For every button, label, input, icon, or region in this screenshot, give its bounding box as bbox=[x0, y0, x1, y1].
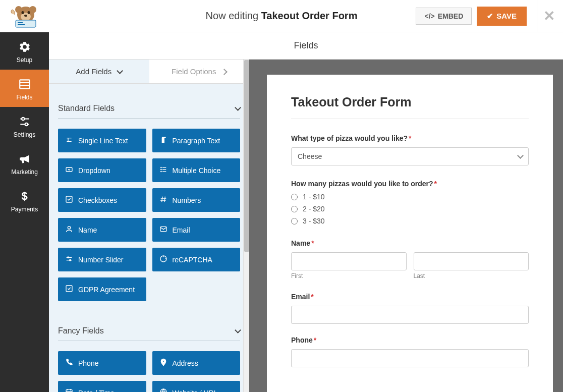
field-label: Numbers bbox=[173, 196, 201, 204]
section-fancy-fields[interactable]: Fancy Fields bbox=[58, 321, 240, 341]
embed-button[interactable]: </> EMBED bbox=[416, 8, 472, 25]
section-standard-fields[interactable]: Standard Fields bbox=[58, 99, 240, 119]
nav-setup[interactable]: Setup bbox=[0, 32, 49, 70]
website-url-icon bbox=[159, 388, 167, 392]
radio-option-0[interactable]: 1 - $10 bbox=[291, 193, 529, 201]
radio-option-1[interactable]: 2 - $20 bbox=[291, 205, 529, 213]
svg-point-16 bbox=[25, 123, 27, 126]
svg-point-25 bbox=[68, 227, 70, 229]
field-phone[interactable]: Phone bbox=[58, 351, 146, 375]
save-button[interactable]: ✔ SAVE bbox=[477, 7, 527, 26]
nav-settings[interactable]: Settings bbox=[0, 107, 49, 144]
field-dropdown[interactable]: Dropdown bbox=[58, 158, 146, 182]
last-sublabel: Last bbox=[414, 272, 529, 279]
chevron-right-icon bbox=[219, 67, 227, 76]
svg-point-2 bbox=[29, 6, 36, 13]
phone-input[interactable] bbox=[291, 349, 529, 367]
fields-panel: Add Fields Field Options Standard Fields… bbox=[49, 60, 249, 392]
radio-option-2[interactable]: 3 - $30 bbox=[291, 217, 529, 225]
pizza-type-select[interactable]: Cheese bbox=[291, 147, 529, 165]
preview-area: Takeout Order Form What type of pizza wo… bbox=[249, 60, 563, 392]
radio-input[interactable] bbox=[291, 206, 298, 212]
tab-add-fields[interactable]: Add Fields bbox=[49, 60, 149, 83]
field-paragraph-text[interactable]: Paragraph Text bbox=[152, 129, 241, 152]
svg-rect-17 bbox=[66, 167, 72, 172]
svg-point-21 bbox=[160, 167, 161, 167]
gdpr-agreement-icon bbox=[65, 285, 73, 294]
svg-rect-24 bbox=[66, 196, 72, 202]
svg-point-4 bbox=[22, 11, 24, 14]
name-icon bbox=[65, 225, 73, 235]
gear-icon bbox=[18, 40, 31, 53]
numbers-icon bbox=[159, 195, 167, 205]
list-icon bbox=[18, 78, 31, 91]
field-checkboxes[interactable]: Checkboxes bbox=[58, 188, 146, 212]
field-label-pizza-type: What type of pizza would you like?* bbox=[291, 134, 529, 142]
nav-fields[interactable]: Fields bbox=[0, 70, 49, 107]
field-recaptcha[interactable]: reCAPTCHA bbox=[152, 248, 241, 271]
field-label: Email bbox=[173, 226, 190, 234]
number-slider-icon bbox=[65, 255, 73, 264]
nav-payments[interactable]: $ Payments bbox=[0, 182, 49, 219]
field-label: Single Line Text bbox=[78, 137, 128, 145]
nav-label: Payments bbox=[11, 206, 38, 213]
field-address[interactable]: Address bbox=[152, 351, 241, 375]
single-line-text-icon bbox=[65, 136, 73, 145]
field-single-line-text[interactable]: Single Line Text bbox=[58, 129, 146, 152]
form-canvas: Takeout Order Form What type of pizza wo… bbox=[267, 75, 553, 392]
phone-icon bbox=[65, 358, 73, 368]
field-label-pizza-qty: How many pizzas would you like to order?… bbox=[291, 180, 529, 188]
scrollbar[interactable] bbox=[243, 60, 249, 392]
field-number-slider[interactable]: Number Slider bbox=[58, 248, 146, 271]
svg-point-33 bbox=[162, 360, 164, 362]
field-label-name: Name* bbox=[291, 239, 529, 247]
field-website-url[interactable]: Website / URL bbox=[152, 381, 241, 392]
field-label: Date / Time bbox=[78, 389, 115, 393]
last-name-input[interactable] bbox=[414, 252, 529, 270]
field-label: GDPR Agreement bbox=[78, 286, 135, 294]
dollar-icon: $ bbox=[0, 190, 49, 203]
field-label: Dropdown bbox=[78, 166, 110, 175]
svg-point-6 bbox=[24, 15, 27, 17]
field-label: Address bbox=[173, 359, 198, 367]
radio-input[interactable] bbox=[291, 218, 298, 225]
field-numbers[interactable]: Numbers bbox=[152, 188, 241, 212]
close-button[interactable]: ✕ bbox=[537, 0, 555, 32]
email-input[interactable] bbox=[291, 306, 529, 324]
dropdown-icon bbox=[65, 165, 73, 175]
first-name-input[interactable] bbox=[291, 252, 407, 270]
field-label: reCAPTCHA bbox=[173, 256, 212, 264]
svg-point-5 bbox=[28, 11, 30, 14]
nav-marketing[interactable]: Marketing bbox=[0, 144, 49, 182]
chevron-down-icon bbox=[233, 104, 240, 113]
chevron-down-icon bbox=[233, 326, 240, 335]
svg-rect-10 bbox=[20, 80, 30, 88]
paragraph-text-icon bbox=[159, 136, 167, 145]
svg-point-30 bbox=[70, 259, 71, 261]
bullhorn-icon bbox=[18, 152, 31, 165]
field-label-email: Email* bbox=[291, 293, 529, 301]
field-label: Website / URL bbox=[173, 389, 218, 393]
nav-label: Marketing bbox=[11, 169, 38, 176]
svg-point-23 bbox=[160, 171, 161, 172]
field-label: Name bbox=[78, 226, 97, 234]
address-icon bbox=[159, 358, 167, 368]
first-sublabel: First bbox=[291, 272, 407, 279]
radio-label: 3 - $30 bbox=[303, 217, 325, 225]
date-time-icon bbox=[65, 388, 73, 392]
sliders-icon bbox=[18, 115, 31, 128]
field-name[interactable]: Name bbox=[58, 218, 146, 242]
svg-point-28 bbox=[68, 257, 69, 258]
left-nav: Setup Fields Settings Marketing $ Paymen… bbox=[0, 32, 49, 392]
tab-field-options[interactable]: Field Options bbox=[149, 60, 250, 83]
field-date-time[interactable]: Date / Time bbox=[58, 381, 146, 392]
page-title: Now editing Takeout Order Form bbox=[206, 10, 358, 22]
field-multiple-choice[interactable]: Multiple Choice bbox=[152, 158, 241, 182]
field-gdpr-agreement[interactable]: GDPR Agreement bbox=[58, 277, 146, 301]
nav-label: Settings bbox=[14, 131, 35, 138]
field-email[interactable]: Email bbox=[152, 218, 241, 242]
code-icon: </> bbox=[424, 12, 434, 20]
form-title: Takeout Order Form bbox=[291, 95, 529, 109]
radio-input[interactable] bbox=[291, 194, 298, 200]
svg-point-14 bbox=[22, 118, 24, 120]
